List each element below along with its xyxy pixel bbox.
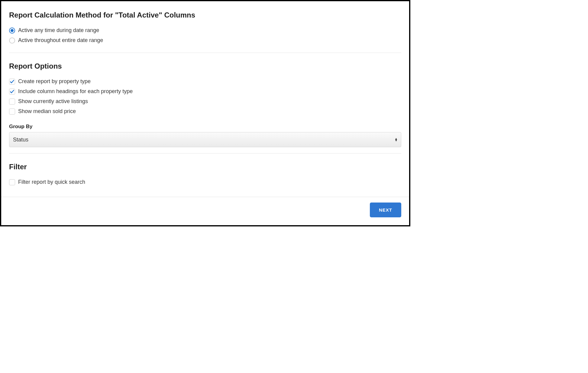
checkbox-label-by-property-type[interactable]: Create report by property type [18,78,91,85]
radio-throughout[interactable] [9,37,15,44]
checkbox-row-include-headings[interactable]: Include column headings for each propert… [9,86,401,96]
section-heading-filter: Filter [9,163,401,171]
checkbox-include-headings[interactable] [9,89,15,95]
group-by-select-wrap: Status ▲ ▼ [9,132,401,147]
radio-group-calc-method: Active any time during date range Active… [9,25,401,45]
modal-content: Report Calculation Method for "Total Act… [1,1,409,197]
divider [9,53,401,53]
radio-dot-icon [11,29,14,32]
group-by-value: Status [13,137,28,143]
group-by-label: Group By [9,124,401,130]
footer-bar: NEXT [1,197,409,225]
check-icon [10,79,15,84]
next-button[interactable]: NEXT [370,203,401,217]
radio-label-throughout[interactable]: Active throughout entire date range [18,37,103,44]
checkbox-label-show-active[interactable]: Show currently active listings [18,98,88,105]
radio-row-throughout[interactable]: Active throughout entire date range [9,35,401,45]
checkbox-label-quick-search[interactable]: Filter report by quick search [18,179,85,185]
modal-panel: Report Calculation Method for "Total Act… [0,0,410,226]
group-by-select[interactable]: Status [9,132,401,147]
check-icon [10,89,15,94]
checkbox-label-include-headings[interactable]: Include column headings for each propert… [18,88,133,95]
divider [9,153,401,154]
radio-label-any-time[interactable]: Active any time during date range [18,27,99,34]
radio-any-time[interactable] [9,28,15,34]
checkbox-row-quick-search[interactable]: Filter report by quick search [9,177,401,187]
checkbox-row-by-property-type[interactable]: Create report by property type [9,76,401,86]
checkbox-show-median[interactable] [9,109,15,115]
checkbox-by-property-type[interactable] [9,79,15,85]
radio-row-any-time[interactable]: Active any time during date range [9,25,401,35]
checkbox-group-filter: Filter report by quick search [9,177,401,187]
checkbox-quick-search[interactable] [9,179,15,185]
checkbox-label-show-median[interactable]: Show median sold price [18,108,76,115]
checkbox-row-show-active[interactable]: Show currently active listings [9,96,401,106]
checkbox-group-report-options: Create report by property type Include c… [9,76,401,116]
checkbox-show-active[interactable] [9,99,15,105]
section-heading-report-options: Report Options [9,62,401,70]
section-heading-calc-method: Report Calculation Method for "Total Act… [9,11,401,19]
checkbox-row-show-median[interactable]: Show median sold price [9,106,401,116]
